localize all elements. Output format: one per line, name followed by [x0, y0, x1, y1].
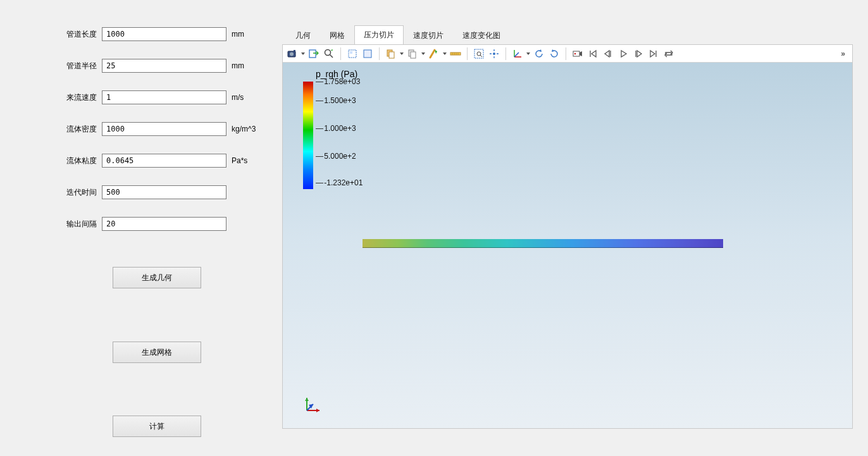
toolbar-separator: [566, 47, 566, 60]
form-input[interactable]: [102, 217, 226, 231]
svg-rect-13: [450, 52, 461, 55]
svg-point-4: [325, 49, 331, 55]
legend-color-bar: [303, 82, 313, 189]
selection-rect-icon[interactable]: [345, 47, 359, 61]
selection-solid-icon[interactable]: [361, 47, 375, 61]
svg-rect-0: [288, 51, 295, 57]
clipboard-paste-icon[interactable]: [406, 47, 419, 61]
svg-rect-2: [294, 50, 295, 51]
clear-selection-icon-dropdown[interactable]: [442, 47, 447, 61]
generate-mesh-button[interactable]: 生成网格: [113, 342, 201, 363]
export-scene-icon[interactable]: [307, 47, 321, 61]
generate-geometry-button[interactable]: 生成几何: [113, 267, 201, 288]
parameters-form: 管道长度mm管道半径mm来流速度m/s流体密度kg/m^3流体粘度Pa*s迭代时…: [0, 27, 278, 231]
form-row: 流体粘度Pa*s: [0, 153, 278, 168]
app-root: 管道长度mm管道半径mm来流速度m/s流体密度kg/m^3流体粘度Pa*s迭代时…: [0, 0, 868, 456]
svg-rect-25: [573, 51, 580, 56]
camera-record-icon[interactable]: [571, 47, 585, 61]
form-unit: m/s: [232, 93, 244, 102]
skip-last-icon[interactable]: [647, 47, 660, 61]
form-label: 迭代时间: [62, 187, 97, 198]
svg-line-24: [514, 52, 519, 57]
legend-tick: 1.500e+3: [316, 96, 356, 105]
svg-rect-6: [349, 50, 356, 58]
svg-rect-8: [364, 50, 371, 58]
form-row: 流体密度kg/m^3: [0, 121, 278, 137]
form-row: 输出间隔: [0, 216, 278, 231]
form-row: 管道半径mm: [0, 58, 278, 73]
skip-first-icon[interactable]: [586, 47, 600, 61]
legend-tick: 1.758e+03: [316, 77, 360, 86]
legend-tick: -1.232e+01: [316, 178, 363, 187]
form-input[interactable]: [102, 59, 226, 73]
play-icon[interactable]: [616, 47, 630, 61]
orientation-axes: [302, 395, 322, 416]
toolbar-separator: [379, 47, 380, 60]
step-forward-icon[interactable]: [631, 47, 645, 61]
form-input[interactable]: [102, 122, 226, 136]
form-unit: mm: [232, 30, 244, 39]
legend-tick: 5.000e+2: [316, 152, 356, 161]
legend-ticks: 1.758e+03 1.500e+3 1.000e+3 5.000e+2 -1.…: [316, 82, 379, 189]
toolbar-separator: [505, 47, 506, 60]
form-row: 管道长度mm: [0, 27, 278, 42]
form-label: 管道长度: [62, 29, 97, 40]
form-input[interactable]: [102, 185, 226, 199]
svg-rect-18: [474, 49, 483, 58]
form-input[interactable]: [102, 154, 226, 168]
svg-rect-7: [350, 51, 352, 54]
form-row: 迭代时间: [0, 185, 278, 200]
svg-rect-12: [411, 52, 416, 58]
form-unit: kg/m^3: [232, 125, 256, 133]
form-label: 来流速度: [62, 92, 97, 103]
rotate-cw-icon[interactable]: [547, 47, 561, 61]
form-label: 管道半径: [62, 61, 97, 71]
zoom-box-icon[interactable]: [472, 47, 486, 61]
tab-velocity-plot[interactable]: 速度变化图: [453, 26, 510, 45]
svg-point-19: [477, 52, 481, 56]
tab-pressure-slice[interactable]: 压力切片: [354, 25, 404, 45]
form-label: 流体粘度: [62, 156, 97, 166]
form-label: 流体密度: [62, 124, 97, 135]
tab-strip: 几何网格压力切片速度切片速度变化图: [278, 25, 855, 44]
tab-mesh[interactable]: 网格: [320, 26, 354, 45]
legend-tick: 1.000e+3: [316, 124, 356, 133]
svg-point-26: [574, 52, 576, 54]
form-input[interactable]: [102, 27, 226, 41]
tab-velocity-slice[interactable]: 速度切片: [404, 26, 453, 45]
form-label: 输出间隔: [62, 219, 97, 230]
svg-line-5: [330, 54, 333, 58]
pressure-slice-render: [363, 239, 723, 248]
svg-rect-10: [389, 52, 394, 58]
measure-icon[interactable]: [449, 47, 462, 61]
toolbar-overflow[interactable]: »: [837, 49, 850, 58]
clear-selection-icon[interactable]: [427, 47, 441, 61]
step-back-icon[interactable]: [601, 47, 615, 61]
form-input[interactable]: [102, 90, 226, 104]
viewer-panel: 几何网格压力切片速度切片速度变化图 » p_rgh (Pa) 1.758e+03…: [278, 25, 855, 435]
paraview-toolbar: »: [283, 45, 852, 63]
axes-xyz-icon-dropdown[interactable]: [526, 47, 531, 61]
parameters-panel: 管道长度mm管道半径mm来流速度m/s流体密度kg/m^3流体粘度Pa*s迭代时…: [0, 0, 278, 456]
color-legend: p_rgh (Pa) 1.758e+03 1.500e+3 1.000e+3 5…: [303, 69, 385, 189]
zoom-to-data-icon[interactable]: [322, 47, 336, 61]
form-row: 来流速度m/s: [0, 90, 278, 105]
svg-marker-30: [305, 398, 309, 401]
svg-rect-11: [409, 50, 414, 56]
camera-icon[interactable]: [285, 47, 299, 61]
clipboard-copy-icon-dropdown[interactable]: [399, 47, 404, 61]
clipboard-copy-icon[interactable]: [384, 47, 398, 61]
tab-geometry[interactable]: 几何: [286, 26, 320, 45]
svg-point-1: [290, 52, 294, 56]
paraview-viewport[interactable]: » p_rgh (Pa) 1.758e+03 1.500e+3 1.000e+3…: [282, 44, 853, 429]
form-unit: Pa*s: [232, 156, 247, 165]
loop-icon[interactable]: [662, 47, 676, 61]
svg-point-21: [493, 52, 495, 55]
camera-icon-dropdown[interactable]: [301, 47, 306, 61]
axes-xyz-icon[interactable]: [511, 47, 524, 61]
clipboard-paste-icon-dropdown[interactable]: [421, 47, 426, 61]
calculate-button[interactable]: 计算: [113, 416, 201, 437]
svg-line-20: [480, 55, 482, 57]
reset-camera-icon[interactable]: [487, 47, 501, 61]
rotate-ccw-icon[interactable]: [532, 47, 546, 61]
